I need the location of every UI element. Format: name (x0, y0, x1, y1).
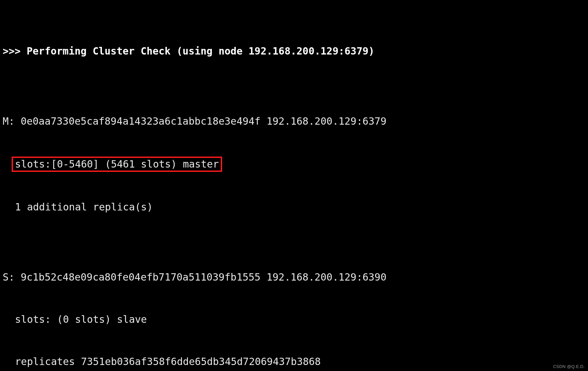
node-slots-line: slots:[0-5460] (5461 slots) master (15, 157, 585, 172)
node-row: S: 9c1b52c48e09ca80fe04efb7170a511039fb1… (3, 270, 585, 284)
terminal-output: >>> Performing Cluster Check (using node… (0, 0, 588, 371)
node-extra-line: 1 additional replica(s) (15, 200, 585, 214)
node-slots-line: slots: (0 slots) slave (15, 312, 585, 326)
node-extra-line: replicates 7351eb036af358f6dde65db345d72… (15, 355, 585, 369)
node-role-prefix: M: (3, 115, 15, 127)
node-id-and-addr: 9c1b52c48e09ca80fe04efb7170a511039fb1555… (21, 271, 386, 283)
highlight-box: slots:[0-5460] (5461 slots) master (12, 157, 222, 172)
cluster-check-header: >>> Performing Cluster Check (using node… (3, 44, 585, 58)
node-row: M: 0e0aa7330e5caf894a14323a6c1abbc18e3e4… (3, 114, 585, 128)
watermark: CSDN @Q.E.D. (553, 364, 585, 369)
node-role-prefix: S: (3, 271, 15, 283)
node-id-and-addr: 0e0aa7330e5caf894a14323a6c1abbc18e3e494f… (21, 115, 386, 127)
